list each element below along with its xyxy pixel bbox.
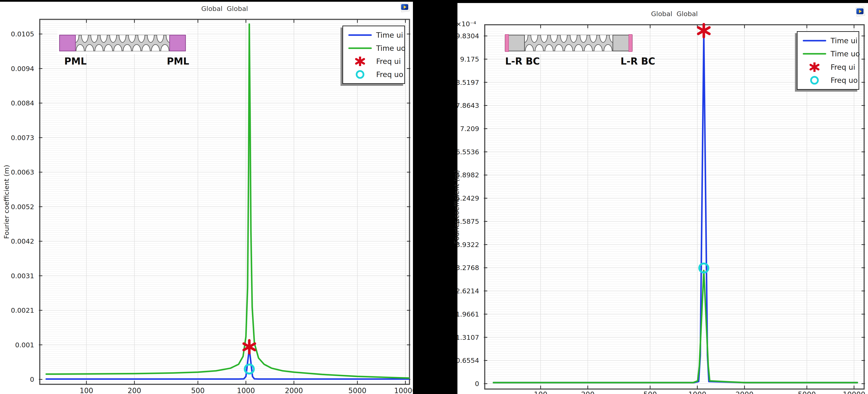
- legend-label: Freq uo: [376, 70, 403, 79]
- legend-label: Time uo: [376, 44, 405, 53]
- icon-play-triangle: [859, 10, 862, 13]
- svg-text:500: 500: [191, 387, 205, 394]
- svg-text:2000: 2000: [735, 390, 753, 394]
- svg-text:500: 500: [643, 390, 657, 394]
- y-axis-label: Fourier coefficient (m): [3, 165, 10, 239]
- legend-box: Time ui Time uo Freq ui Freq uo: [342, 26, 405, 84]
- svg-text:0.0105: 0.0105: [11, 30, 34, 38]
- legend-marker-freq-uo: [801, 76, 828, 85]
- legend-item: Time uo: [798, 49, 859, 59]
- geometry-inset: PMLPML: [57, 28, 189, 67]
- svg-text:5000: 5000: [348, 387, 367, 394]
- svg-text:7.209: 7.209: [460, 125, 479, 133]
- legend-item: Freq uo: [343, 70, 404, 79]
- svg-text:7.8643: 7.8643: [458, 102, 479, 109]
- legend-label: Freq uo: [831, 76, 858, 85]
- icon-blue-square: [857, 8, 864, 14]
- svg-text:1000: 1000: [688, 390, 706, 394]
- svg-text:8.5197: 8.5197: [458, 79, 479, 86]
- svg-text:5.8982: 5.8982: [458, 171, 479, 179]
- svg-text:0: 0: [30, 375, 34, 383]
- legend-item: Freq ui: [343, 57, 404, 66]
- svg-text:0.0042: 0.0042: [11, 237, 34, 245]
- legend-marker-freq-uo: [347, 70, 373, 79]
- desktop-background: Global Global PMLPML10020050010002000500…: [0, 0, 868, 394]
- svg-text:0.0084: 0.0084: [11, 99, 34, 107]
- legend-marker-time-ui: [801, 36, 828, 46]
- inset-label: PML: [64, 56, 87, 67]
- legend-item: Freq ui: [798, 62, 859, 72]
- legend-item: Time ui: [798, 36, 859, 46]
- legend-label: Freq ui: [376, 57, 401, 66]
- comsol-plot-icon[interactable]: [856, 7, 865, 16]
- svg-text:0.0021: 0.0021: [11, 306, 34, 314]
- svg-text:5000: 5000: [798, 390, 816, 394]
- svg-text:10000: 10000: [843, 390, 865, 394]
- plot-window-right: Global Global L-R BCL-R BC10020050010002…: [458, 3, 868, 394]
- svg-text:1.9661: 1.9661: [458, 310, 479, 318]
- legend-label: Freq ui: [831, 63, 855, 72]
- svg-text:0.0052: 0.0052: [11, 203, 34, 211]
- svg-text:0: 0: [475, 380, 479, 388]
- icon-blue-square: [401, 4, 408, 10]
- svg-text:9.175: 9.175: [460, 55, 479, 63]
- y-axis-label: Fourier coefficient (m): [453, 170, 460, 244]
- geometry-inset: L-R BCL-R BC: [504, 28, 655, 67]
- legend-label: Time ui: [831, 36, 858, 45]
- svg-text:2.6214: 2.6214: [458, 287, 479, 295]
- svg-text:3.9322: 3.9322: [458, 241, 479, 249]
- legend-marker-freq-ui: [801, 62, 828, 72]
- legend-label: Time ui: [376, 31, 403, 39]
- svg-text:100: 100: [80, 387, 93, 394]
- svg-text:0.6554: 0.6554: [458, 357, 479, 364]
- svg-text:0.0073: 0.0073: [11, 134, 34, 142]
- y-axis-multiplier: ×10⁻⁴: [458, 20, 476, 28]
- legend-marker-time-uo: [801, 49, 828, 59]
- legend-marker-time-ui: [347, 30, 373, 40]
- inset-label: L-R BC: [505, 56, 540, 67]
- svg-text:200: 200: [128, 387, 141, 394]
- legend-item: Time uo: [343, 44, 404, 53]
- svg-text:1000: 1000: [237, 387, 255, 394]
- svg-text:0.001: 0.001: [15, 341, 34, 349]
- svg-text:0.0031: 0.0031: [11, 272, 34, 280]
- legend-box: Time ui Time uo Freq ui Freq uo: [797, 31, 859, 90]
- inset-label: L-R BC: [621, 56, 655, 67]
- svg-text:100: 100: [534, 390, 547, 394]
- plot-window-left: Global Global PMLPML10020050010002000500…: [0, 2, 413, 394]
- legend-marker-time-uo: [347, 44, 373, 53]
- legend-label: Time uo: [831, 50, 860, 58]
- svg-text:1.3107: 1.3107: [458, 334, 479, 341]
- svg-text:6.5536: 6.5536: [458, 148, 479, 156]
- comsol-plot-icon[interactable]: [400, 3, 409, 11]
- svg-text:0.0063: 0.0063: [11, 168, 34, 176]
- svg-text:200: 200: [581, 390, 595, 394]
- legend-item: Time ui: [343, 30, 404, 40]
- axis-tick-labels: 1002005001000200050001000000.0010.00210.…: [11, 30, 413, 394]
- svg-text:10000: 10000: [394, 387, 413, 394]
- icon-play-triangle: [404, 5, 406, 9]
- legend-item: Freq uo: [798, 76, 859, 85]
- svg-text:9.8304: 9.8304: [458, 32, 479, 40]
- legend-marker-freq-ui: [347, 57, 373, 66]
- inset-label: PML: [167, 56, 189, 67]
- svg-text:3.2768: 3.2768: [458, 264, 479, 272]
- svg-text:5.2429: 5.2429: [458, 194, 479, 202]
- svg-text:0.0094: 0.0094: [11, 65, 34, 73]
- svg-text:2000: 2000: [285, 387, 303, 394]
- svg-text:4.5875: 4.5875: [458, 218, 479, 225]
